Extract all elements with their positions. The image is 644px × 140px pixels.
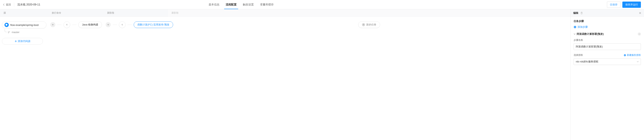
back-button[interactable]: 返回: [3, 3, 11, 6]
task-fc-release[interactable]: 函数计算(FC) 应用发布-预发: [134, 21, 173, 28]
connector-line: [128, 25, 132, 25]
stage-header-source: 源: [0, 9, 48, 17]
source-repo-chip[interactable]: flow-example/spring-boot: [2, 21, 46, 28]
tab-trigger-settings[interactable]: 触发设置: [240, 0, 257, 9]
add-node-button[interactable]: [50, 22, 55, 27]
new1-node-row: 函数计算(FC) 应用发布-预发: [106, 21, 166, 28]
main-layout: 源 flow-example/spring-boot master: [0, 9, 644, 140]
step-accordion-title: 阿里函数计算部署(预发): [577, 32, 604, 36]
pipeline-canvas: 源 flow-example/spring-boot master: [0, 9, 570, 140]
trash-icon[interactable]: [580, 12, 583, 14]
source-repo-name: flow-example/spring-boot: [10, 23, 38, 26]
svg-point-1: [9, 31, 10, 32]
header-divider: [14, 3, 14, 6]
plus-circle-icon: [574, 26, 576, 28]
task-label: 函数计算(FC) 应用发布-预发: [138, 23, 170, 26]
exec-node-row: Java 镜像构建: [50, 21, 102, 28]
header-tabs: 基本信息 流程配置 触发设置 变量和缓存: [206, 0, 277, 9]
plus-circle-icon: [624, 54, 626, 56]
step-accordion-header[interactable]: 阿里函数计算部署(预发) −: [574, 32, 641, 36]
panel-header: 编辑: [570, 9, 644, 17]
add-step-link[interactable]: 添加步骤: [574, 25, 641, 29]
section-title-task-steps: 任务步骤: [574, 19, 641, 23]
step-name-label: 步骤名称: [574, 38, 583, 42]
close-icon[interactable]: [639, 12, 641, 14]
new-task-label: 新的任务: [366, 23, 376, 26]
stage-body-exec: Java 镜像构建: [48, 17, 104, 33]
stage-column-new-2: 新阶段 + 新的任务: [168, 9, 570, 140]
add-node-button[interactable]: [106, 22, 111, 27]
connector-line: [113, 25, 117, 25]
save-and-run-button[interactable]: 保存并运行: [622, 1, 641, 8]
new2-node-row: + 新的任务: [170, 21, 568, 28]
select-auth-label: 选择授权: [574, 53, 583, 57]
chevron-down-icon: [574, 33, 576, 35]
add-step-label: 添加步骤: [578, 25, 588, 29]
plus-icon: [14, 40, 17, 42]
add-source-label: 添加代码源: [18, 39, 30, 43]
chevron-down-icon: [637, 61, 639, 62]
collapse-minus-icon[interactable]: −: [638, 32, 641, 36]
auth-select[interactable]: rdc-rdc的fc服务授权: [574, 58, 641, 65]
task-label: Java 镜像构建: [82, 23, 98, 26]
panel-header-left: 编辑: [573, 11, 583, 15]
stage-header-exec: 执行命令: [48, 9, 104, 17]
stage-column-new-1: 新阶段 函数计算(FC) 应用发布-预发: [104, 9, 168, 140]
stage-body-source: flow-example/spring-boot master 添加代码源: [0, 17, 48, 49]
save-only-button[interactable]: 仅保存: [607, 1, 620, 8]
branch-name: master: [12, 31, 20, 34]
plus-dot-icon: +: [362, 23, 365, 26]
chevron-left-icon: [3, 3, 5, 6]
header-actions: 仅保存 保存并运行: [607, 1, 641, 8]
edit-side-panel: 编辑 任务步骤 添加步骤 阿里函数计算部署(预发): [570, 9, 644, 140]
step-name-input[interactable]: [574, 43, 641, 50]
form-group-step-name: 步骤名称: [574, 38, 641, 50]
stage-header-new-1: 新阶段: [104, 9, 168, 17]
tab-process-config[interactable]: 流程配置: [222, 0, 240, 9]
auth-select-value: rdc-rdc的fc服务授权: [576, 60, 598, 63]
stage-body-new-2: + 新的任务: [168, 17, 570, 33]
top-header: 返回 流水线 2020-09-11 基本信息 流程配置 触发设置 变量和缓存 仅…: [0, 0, 644, 9]
task-java-mirror[interactable]: Java 镜像构建: [78, 21, 102, 28]
connector-line: [72, 25, 76, 25]
stage-column-source: 源 flow-example/spring-boot master: [0, 9, 48, 140]
back-label: 返回: [6, 3, 11, 6]
pipeline-title: 流水线 2020-09-11: [17, 3, 40, 6]
panel-title: 编辑: [573, 11, 578, 15]
tab-vars-cache[interactable]: 变量和缓存: [257, 0, 277, 9]
parallel-toggle[interactable]: [119, 21, 126, 28]
stage-body-new-1: 函数计算(FC) 应用发布-预发: [104, 17, 168, 33]
add-source-button[interactable]: 添加代码源: [2, 38, 43, 44]
branch-row[interactable]: master: [2, 31, 46, 34]
form-group-select-auth: 选择授权 新建服务授权 rdc-rdc的fc服务授权: [574, 53, 641, 65]
source-logo-icon: [4, 23, 9, 27]
svg-point-0: [8, 31, 9, 32]
new-service-auth-link[interactable]: 新建服务授权: [624, 53, 641, 57]
stage-column-exec: 执行命令 Java 镜像构建: [48, 9, 104, 140]
branch-icon: [8, 31, 10, 33]
connector-line: [57, 25, 62, 25]
tab-basic-info[interactable]: 基本信息: [206, 0, 222, 9]
new-auth-label: 新建服务授权: [627, 53, 641, 57]
stage-header-new-2: 新阶段: [168, 9, 570, 17]
panel-section-task-steps: 任务步骤 添加步骤 阿里函数计算部署(预发) − 步骤名称: [570, 17, 644, 71]
parallel-toggle[interactable]: [64, 21, 70, 28]
new-task-button[interactable]: + 新的任务: [358, 21, 380, 28]
svg-point-2: [8, 32, 9, 33]
